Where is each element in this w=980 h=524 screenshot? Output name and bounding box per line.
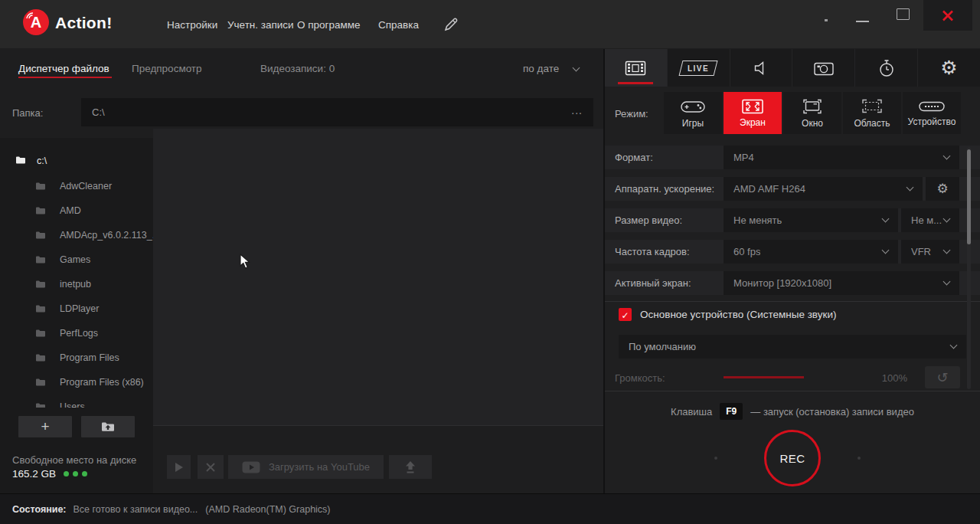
tab-benchmark[interactable] xyxy=(855,49,918,87)
tab-preview[interactable]: Предпросмотр xyxy=(132,63,202,74)
active-screen-label: Активный экран: xyxy=(615,271,691,295)
folder-icon xyxy=(35,206,46,215)
folder-path-value: C:\ xyxy=(92,98,105,126)
tree-item[interactable]: PerfLogs xyxy=(0,327,153,340)
tab-settings[interactable]: ⚙ xyxy=(918,49,980,87)
hotkey-row: Клавиша F9 — запуск (остановка) записи в… xyxy=(605,401,980,422)
x-icon xyxy=(205,462,216,473)
rec-button[interactable]: REC xyxy=(764,430,821,486)
video-size-dropdown[interactable]: Не менять xyxy=(724,208,898,232)
chevron-down-icon xyxy=(943,215,951,223)
mode-games-button[interactable]: Игры xyxy=(664,92,722,134)
status-text: Все готово к записи видео... xyxy=(74,504,198,515)
capture-tabs: LIVE xyxy=(605,49,980,87)
title-bar: A Action! Настройки Учетн. записи О прог… xyxy=(0,0,980,48)
format-row: Формат: MP4 xyxy=(605,146,980,169)
tab-video-recording[interactable] xyxy=(605,49,668,87)
minimize-button[interactable] xyxy=(856,21,869,22)
free-space-value-row: 165.2 GB xyxy=(12,468,87,480)
active-screen-dropdown[interactable]: Монитор [1920x1080] xyxy=(724,271,959,295)
video-size-secondary-dropdown[interactable]: Не м... xyxy=(901,208,959,232)
tab-audio-recording[interactable] xyxy=(730,49,793,87)
pen-icon[interactable] xyxy=(443,16,459,33)
active-screen-row: Активный экран: Монитор [1920x1080] xyxy=(605,271,980,295)
framerate-dropdown[interactable]: 60 fps xyxy=(724,240,898,264)
recorder-panel: LIVE xyxy=(603,49,980,493)
video-size-label: Размер видео: xyxy=(615,208,682,232)
hotkey-prefix: Клавиша xyxy=(671,406,712,418)
mode-window-button[interactable]: Окно xyxy=(783,92,841,134)
chevron-down-icon[interactable] xyxy=(573,64,580,72)
add-folder-button[interactable]: + xyxy=(18,416,72,437)
tree-item[interactable]: Program Files (x86) xyxy=(0,376,153,389)
tab-screenshots[interactable] xyxy=(792,49,855,87)
format-dropdown[interactable]: MP4 xyxy=(724,146,959,169)
tab-live-streaming[interactable]: LIVE xyxy=(668,49,730,87)
tree-item[interactable]: Games xyxy=(0,254,153,267)
mode-area-button[interactable]: Область xyxy=(843,92,901,134)
volume-reset-button[interactable]: ↺ xyxy=(925,366,960,388)
close-button[interactable] xyxy=(923,0,972,31)
tree-item-root[interactable]: c:\ xyxy=(0,155,153,168)
speaker-icon xyxy=(753,60,769,77)
open-folder-button[interactable] xyxy=(81,416,135,437)
folder-icon xyxy=(35,378,46,387)
folder-path-input[interactable]: C:\ ... xyxy=(81,98,593,126)
decorative-dot xyxy=(714,457,717,460)
decorative-dot xyxy=(858,457,861,460)
folder-up-icon xyxy=(101,421,115,432)
hw-accel-settings-button[interactable]: ⚙ xyxy=(926,177,959,201)
hotkey-key-badge: F9 xyxy=(720,403,743,420)
tree-item[interactable]: AdwCleaner xyxy=(0,180,153,193)
mode-device-button[interactable]: Устройство xyxy=(903,92,961,134)
tree-item[interactable]: inetpub xyxy=(0,278,153,291)
framerate-label: Частота кадров: xyxy=(615,240,690,264)
file-list-area[interactable] xyxy=(153,129,603,426)
chevron-down-icon xyxy=(943,247,951,254)
folder-icon xyxy=(35,402,46,408)
divider xyxy=(605,301,980,302)
vfr-dropdown[interactable]: VFR xyxy=(901,240,959,264)
signal-arcs-icon xyxy=(25,11,35,20)
folder-icon xyxy=(35,280,46,289)
format-label: Формат: xyxy=(615,146,653,169)
folder-icon xyxy=(35,304,46,313)
system-audio-checkbox[interactable]: ✓ xyxy=(619,308,632,321)
tree-item[interactable]: LDPlayer xyxy=(0,303,153,316)
youtube-icon xyxy=(242,461,260,473)
menu-help[interactable]: Справка xyxy=(378,19,419,31)
folder-tree-column: c:\ AdwCleaner AMD AMDAcp_v6.0.2.113_... xyxy=(0,138,153,493)
close-icon xyxy=(942,10,954,21)
tree-item[interactable]: Program Files xyxy=(0,352,153,365)
export-button[interactable] xyxy=(389,455,432,479)
upload-youtube-button[interactable]: Загрузить на YouTube xyxy=(228,455,384,479)
tree-item[interactable]: AMD xyxy=(0,205,153,218)
play-icon xyxy=(175,462,184,473)
device-icon xyxy=(917,99,946,114)
hw-accel-dropdown[interactable]: AMD AMF H264 xyxy=(724,177,923,201)
delete-button[interactable] xyxy=(198,455,224,479)
menu-settings[interactable]: Настройки xyxy=(167,19,217,31)
menu-about[interactable]: О программе xyxy=(297,19,361,31)
folder-label: Папка: xyxy=(12,107,43,119)
app-title: Action! xyxy=(55,14,112,32)
gear-icon: ⚙ xyxy=(936,182,948,195)
tree-item[interactable]: AMDAcp_v6.0.2.113_... xyxy=(0,229,153,242)
tab-file-manager[interactable]: Диспетчер файлов xyxy=(18,63,109,74)
mode-screen-button[interactable]: Экран xyxy=(724,92,782,134)
play-button[interactable] xyxy=(167,455,191,479)
sort-dropdown[interactable]: по дате xyxy=(523,63,559,74)
hotkey-suffix: — запуск (остановка) записи видео xyxy=(750,406,914,418)
browse-button[interactable]: ... xyxy=(571,98,583,123)
scrollbar-thumb[interactable] xyxy=(967,149,971,244)
volume-slider[interactable] xyxy=(724,376,804,378)
audio-device-dropdown[interactable]: По умолчанию xyxy=(619,335,966,359)
volume-label: Громкость: xyxy=(615,366,665,390)
tree-item[interactable]: Users xyxy=(0,401,153,408)
system-audio-label: Основное устройство (Системные звуки) xyxy=(640,309,836,320)
status-gpu: (AMD Radeon(TM) Graphics) xyxy=(205,504,330,515)
tray-icon[interactable] xyxy=(825,19,828,21)
maximize-button[interactable] xyxy=(897,8,910,20)
menu-accounts[interactable]: Учетн. записи xyxy=(227,19,294,31)
window-icon xyxy=(799,97,826,116)
